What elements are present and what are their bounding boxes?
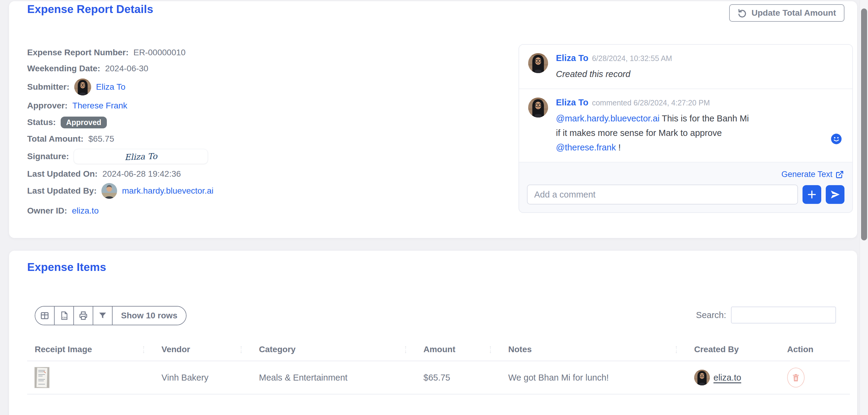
table-search: Search:: [696, 306, 836, 324]
field-last-updated-on: Last Updated On: 2024-06-28 19:42:36: [27, 168, 480, 180]
column-header-category[interactable]: Category ↑↓: [259, 345, 424, 354]
page-scrollbar-thumb[interactable]: [861, 8, 867, 240]
comment-action-timestamp: commented 6/28/2024, 4:27:20 PM: [592, 98, 710, 107]
column-visibility-button[interactable]: [35, 306, 55, 325]
expense-items-title: Expense Items: [27, 261, 106, 274]
weekending-value: 2024-06-30: [105, 64, 148, 73]
category-cell: Meals & Entertainment: [259, 373, 424, 383]
field-signature: Signature: Eliza To: [27, 149, 480, 164]
total-amount-label: Total Amount:: [27, 134, 84, 144]
show-rows-button[interactable]: Show 10 rows: [113, 306, 186, 325]
expense-items-table: Receipt Image ↑↓ Vendor ↑↓ Category ↑↓ A…: [27, 338, 850, 394]
rotate-ccw-icon: [738, 8, 747, 18]
approver-link[interactable]: Therese Frank: [72, 101, 127, 111]
smiley-reaction-icon[interactable]: [831, 133, 842, 145]
last-updated-on-value: 2024-06-28 19:42:36: [102, 169, 181, 179]
total-amount-value: $65.75: [88, 134, 114, 144]
comments-footer: Generate Text: [519, 162, 852, 212]
weekending-label: Weekending Date:: [27, 64, 100, 73]
generate-text-label: Generate Text: [781, 170, 832, 179]
status-badge: Approved: [61, 117, 107, 128]
search-input[interactable]: [731, 306, 836, 324]
comment-avatar: [528, 53, 548, 73]
expense-report-page: Expense Report Details Update Total Amou…: [0, 0, 868, 415]
comment-text-fragment: This is for the Banh Mi: [659, 114, 749, 123]
table-row: Vinh Bakery Meals & Entertainment $65.75…: [27, 361, 850, 394]
comments-panel: Eliza To 6/28/2024, 10:32:55 AM Created …: [519, 44, 853, 213]
created-by-avatar: [694, 370, 710, 385]
mention-link[interactable]: @therese.frank: [556, 143, 616, 152]
paper-plane-icon: [830, 189, 840, 200]
last-updated-by-link[interactable]: mark.hardy.bluevector.ai: [122, 186, 213, 196]
amount-cell: $65.75: [424, 373, 508, 383]
comment-timestamp: 6/28/2024, 10:32:55 AM: [592, 54, 672, 63]
receipt-thumbnail[interactable]: [35, 367, 49, 388]
activity-entry: Eliza To 6/28/2024, 10:32:55 AM Created …: [519, 45, 852, 89]
update-total-amount-label: Update Total Amount: [751, 8, 836, 18]
activity-text: Created this record: [556, 67, 843, 81]
column-header-created-by: Created By: [694, 345, 787, 354]
notes-cell: We got Bhan Mi for lunch!: [508, 373, 694, 383]
report-number-label: Expense Report Number:: [27, 48, 129, 57]
last-updated-by-avatar: [101, 183, 117, 199]
sort-arrows-icon: ↑↓: [675, 346, 678, 353]
table-header-row: Receipt Image ↑↓ Vendor ↑↓ Category ↑↓ A…: [27, 338, 850, 361]
last-updated-by-label: Last Updated By:: [27, 186, 97, 196]
print-button[interactable]: [74, 306, 93, 325]
comment-action: commented: [592, 98, 631, 107]
submitter-avatar: [74, 79, 91, 95]
comment-author-link[interactable]: Eliza To: [556, 97, 588, 108]
field-last-updated-by: Last Updated By: mark.hardy.bluevector.a…: [27, 182, 480, 199]
comment-author-link[interactable]: Eliza To: [556, 53, 588, 63]
field-total-amount: Total Amount: $65.75: [27, 133, 480, 145]
comment-text-fragment: !: [616, 143, 621, 152]
page-title: Expense Report Details: [27, 3, 153, 16]
comment-timestamp: 6/28/2024, 4:27:20 PM: [633, 98, 710, 107]
search-label: Search:: [696, 310, 726, 320]
expense-report-details-card: Expense Report Details Update Total Amou…: [9, 1, 857, 238]
column-header-receipt-image[interactable]: Receipt Image ↑↓: [35, 345, 161, 354]
field-weekending-date: Weekending Date: 2024-06-30: [27, 62, 480, 75]
page-scrollbar-track[interactable]: [860, 0, 868, 415]
svg-text:CSV: CSV: [62, 316, 67, 319]
created-by-cell: eliza.to: [694, 370, 787, 385]
owner-id-label: Owner ID:: [27, 206, 67, 216]
signature-box: Eliza To: [74, 149, 208, 164]
plus-icon: [807, 189, 817, 200]
signature-text: Eliza To: [124, 151, 157, 162]
export-csv-button[interactable]: CSV: [55, 306, 74, 325]
add-comment-input[interactable]: [527, 184, 798, 205]
field-status: Status: Approved: [27, 116, 480, 129]
created-by-link[interactable]: eliza.to: [713, 373, 741, 383]
receipt-image-cell: [35, 367, 161, 388]
detail-fields: Expense Report Number: ER-00000010 Weeke…: [27, 47, 480, 221]
comment-avatar: [528, 97, 548, 118]
report-number-value: ER-00000010: [133, 48, 186, 57]
comments-list: Eliza To 6/28/2024, 10:32:55 AM Created …: [519, 45, 852, 162]
status-label: Status:: [27, 118, 56, 127]
owner-id-link[interactable]: eliza.to: [72, 206, 99, 216]
table-grid-icon: [40, 311, 49, 320]
sort-arrows-icon: ↑↓: [143, 346, 145, 353]
comment-text-fragment: if it makes more sense for Mark to appro…: [556, 128, 722, 138]
table-toolbar: CSV Show 10 rows: [35, 306, 187, 325]
delete-row-button[interactable]: [787, 367, 805, 387]
column-header-notes[interactable]: Notes ↑↓: [508, 345, 694, 354]
field-submitter: Submitter: Eliza To: [27, 79, 480, 95]
vendor-cell: Vinh Bakery: [161, 373, 259, 383]
filter-funnel-icon: [98, 311, 107, 320]
field-report-number: Expense Report Number: ER-00000010: [27, 47, 480, 59]
column-header-amount[interactable]: Amount ↑↓: [424, 345, 508, 354]
field-owner-id: Owner ID: eliza.to: [27, 205, 480, 217]
file-csv-icon: CSV: [59, 311, 68, 320]
mention-link[interactable]: @mark.hardy.bluevector.ai: [556, 114, 659, 123]
update-total-amount-button[interactable]: Update Total Amount: [729, 4, 844, 22]
expense-items-card: Expense Items CSV: [9, 251, 857, 415]
send-comment-button[interactable]: [826, 185, 844, 204]
filter-button[interactable]: [93, 306, 113, 325]
generate-text-link[interactable]: Generate Text: [527, 168, 844, 184]
add-attachment-button[interactable]: [803, 185, 821, 204]
column-header-vendor[interactable]: Vendor ↑↓: [161, 345, 259, 354]
submitter-link[interactable]: Eliza To: [96, 82, 126, 92]
comment-entry: Eliza To commented 6/28/2024, 4:27:20 PM…: [519, 89, 852, 162]
